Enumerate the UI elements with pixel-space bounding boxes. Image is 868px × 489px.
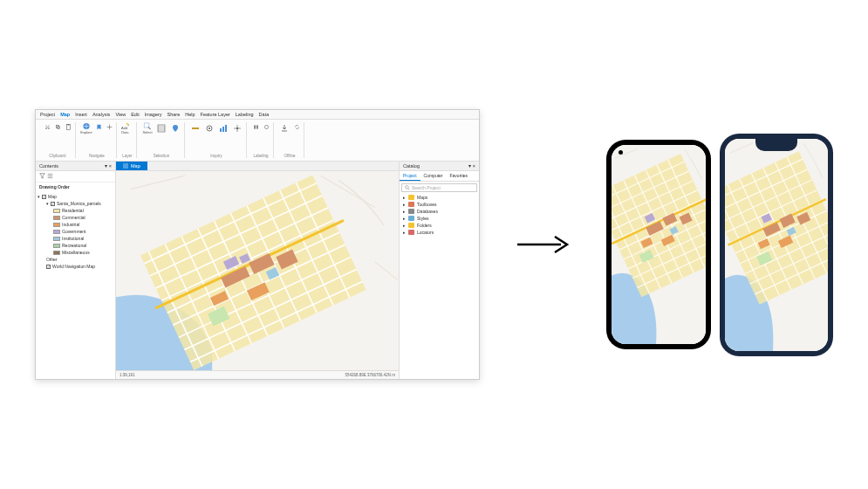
map-view: Map [116, 162, 399, 379]
menu-map[interactable]: Map [60, 112, 70, 117]
goto-xy-icon[interactable] [105, 122, 113, 131]
map-footer: 1:39,191 554268.89E 3766706.42N m [116, 370, 399, 379]
list-icon[interactable] [47, 173, 53, 180]
ribbon-group-navigate: Explore Navigate [78, 122, 117, 158]
arrow-icon [509, 231, 578, 258]
menu-help[interactable]: Help [185, 112, 195, 117]
catalog-item-databases[interactable]: ▸Databases [400, 208, 479, 215]
catalog-tab-project[interactable]: Project [400, 171, 420, 181]
menu-data[interactable]: Data [259, 112, 270, 117]
panel-menu-icon[interactable]: ▾ × [105, 163, 112, 169]
svg-point-14 [236, 127, 238, 129]
other-tree-node[interactable]: Other [38, 256, 113, 263]
ribbon-labeling-label: Labeling [253, 154, 268, 158]
catalog-item-folders[interactable]: ▸Folders [400, 222, 479, 229]
menu-feature-layer[interactable]: Feature Layer [201, 112, 230, 117]
svg-line-51 [408, 189, 410, 190]
select-by-location-icon[interactable] [169, 122, 181, 134]
catalog-item-maps[interactable]: ▸Maps [400, 194, 479, 201]
ribbon-selection-label: Selection [154, 154, 170, 158]
add-data-icon[interactable]: Add Data [121, 122, 133, 134]
iphone-notch [755, 139, 797, 151]
measure-icon[interactable] [189, 122, 202, 134]
ribbon-group-inquiry: Inquiry [187, 122, 247, 158]
coordinate-conversion-icon[interactable] [231, 122, 243, 134]
category-industrial[interactable]: Industrial [38, 221, 113, 228]
pause-icon[interactable] [251, 122, 260, 131]
download-map-icon[interactable] [278, 122, 290, 134]
map-tab[interactable]: Map [116, 162, 147, 170]
android-screen[interactable] [612, 145, 706, 344]
mobile-devices [606, 134, 833, 356]
catalog-item-locators[interactable]: ▸Locators [400, 229, 479, 236]
paste-icon[interactable] [64, 122, 72, 131]
map-canvas[interactable] [116, 171, 399, 370]
category-residential[interactable]: Residential [38, 207, 113, 214]
ribbon-group-layer: Add Data Layer [119, 122, 137, 158]
map-tree-node[interactable]: ▾Map [38, 193, 113, 200]
svg-point-17 [264, 125, 268, 128]
menubar: Project Map Insert Analysis View Edit Im… [36, 110, 479, 120]
contents-toolbar [36, 171, 115, 183]
svg-rect-11 [220, 128, 222, 132]
explore-icon[interactable]: Explore [80, 122, 92, 134]
ribbon-offline-label: Offline [284, 154, 296, 158]
catalog-panel: Catalog ▾ × Project Computer Favorites S… [399, 162, 479, 379]
bookmarks-icon[interactable] [94, 122, 103, 131]
layer-tree-node[interactable]: ▾Santa_Monica_parcels [38, 200, 113, 207]
iphone-screen[interactable] [725, 139, 828, 351]
view-unplaced-icon[interactable] [262, 122, 270, 131]
ribbon-layer-label: Layer [122, 154, 132, 158]
menu-analysis[interactable]: Analysis [92, 112, 110, 117]
svg-rect-12 [222, 127, 224, 132]
android-phone [606, 140, 711, 349]
scale-display[interactable]: 1:39,191 [120, 373, 135, 377]
svg-rect-2 [66, 124, 70, 129]
filter-icon[interactable] [39, 173, 45, 180]
copy-icon[interactable] [53, 122, 62, 131]
ribbon: Clipboard Explore Navigate Add Data Laye… [36, 120, 479, 162]
iphone [720, 134, 833, 356]
category-recreational[interactable]: Recreational [38, 242, 113, 249]
contents-header: Contents ▾ × [36, 162, 115, 171]
basemap-tree-node[interactable]: World Navigation Map [38, 263, 113, 270]
menu-project[interactable]: Project [40, 112, 55, 117]
svg-rect-18 [123, 163, 128, 169]
svg-rect-13 [225, 125, 227, 132]
select-by-attributes-icon[interactable] [155, 122, 167, 134]
locate-icon[interactable] [203, 122, 215, 134]
category-commercial[interactable]: Commercial [38, 214, 113, 221]
svg-rect-15 [254, 125, 255, 128]
contents-panel: Contents ▾ × Drawing Order ▾Map ▾Santa_M… [36, 162, 116, 379]
ribbon-group-clipboard: Clipboard [40, 122, 76, 158]
catalog-tab-favorites[interactable]: Favorites [447, 171, 472, 181]
svg-point-10 [208, 127, 210, 129]
desktop-gis-app: Project Map Insert Analysis View Edit Im… [35, 109, 480, 380]
category-institutional[interactable]: Institutional [38, 235, 113, 242]
catalog-item-styles[interactable]: ▸Styles [400, 215, 479, 222]
ribbon-clipboard-label: Clipboard [49, 154, 65, 158]
sync-icon[interactable] [292, 122, 301, 131]
category-government[interactable]: Government [38, 228, 113, 235]
coordinate-display: 554268.89E 3766706.42N m [345, 373, 395, 377]
menu-imagery[interactable]: Imagery [145, 112, 162, 117]
svg-rect-3 [67, 124, 69, 125]
panel-close-icon[interactable]: ▾ × [468, 163, 475, 169]
catalog-search[interactable]: Search Project [401, 183, 477, 192]
ribbon-group-labeling: Labeling [249, 122, 274, 158]
menu-view[interactable]: View [115, 112, 126, 117]
infographics-icon[interactable] [217, 122, 229, 134]
menu-insert[interactable]: Insert [75, 112, 87, 117]
svg-rect-16 [256, 125, 257, 128]
menu-share[interactable]: Share [167, 112, 181, 117]
ribbon-navigate-label: Navigate [89, 154, 105, 158]
catalog-tab-computer[interactable]: Computer [420, 171, 447, 181]
menu-labeling[interactable]: Labeling [236, 112, 254, 117]
menu-edit[interactable]: Edit [131, 112, 139, 117]
category-miscellaneous[interactable]: Miscellaneous [38, 249, 113, 256]
cut-icon[interactable] [43, 122, 51, 131]
catalog-item-toolboxes[interactable]: ▸Toolboxes [400, 201, 479, 208]
drawing-order-section: Drawing Order [36, 183, 115, 191]
ribbon-group-selection: Select Selection [139, 122, 185, 158]
select-icon[interactable]: Select [141, 122, 154, 134]
